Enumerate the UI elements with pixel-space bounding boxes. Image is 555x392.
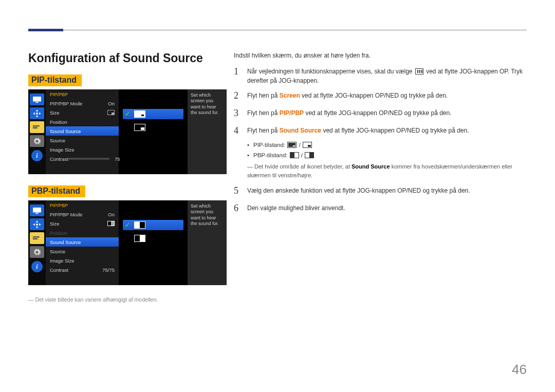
sound-option-sub: [123, 122, 183, 133]
menu-item-image-size: Image Size: [46, 145, 119, 154]
pip-main-icon: [134, 110, 145, 118]
header-accent: [28, 29, 63, 31]
svg-point-7: [36, 223, 38, 225]
osd-preview: ✓: [119, 89, 188, 174]
sound-option-main: ✓: [123, 109, 183, 119]
step-number: 4: [234, 124, 242, 138]
step-5: 5 Vælg den ønskede funktion ved at flytt…: [234, 184, 527, 198]
osd-menu: PIP/PBP PIP/PBP ModeOn Size Position Sou…: [46, 89, 119, 174]
osd-menu-title: PIP/PBP: [46, 202, 119, 210]
step-body: Den valgte mulighed bliver anvendt.: [247, 201, 527, 213]
step-body: Flyt hen på PIP/PBP ved at flytte JOG-kn…: [247, 106, 527, 118]
size-split-icon: [107, 221, 115, 226]
step-number: 6: [234, 201, 242, 216]
pbp-left-icon: [134, 221, 145, 229]
size-icon: [107, 110, 115, 115]
gear-icon: [30, 135, 44, 147]
svg-rect-4: [33, 127, 38, 128]
step-number: 2: [234, 89, 242, 103]
header-rule: [28, 30, 527, 30]
osd-screenshot-pbp: i PIP/PBP PIP/PBP ModeOn Size Position S…: [28, 200, 227, 285]
step-number: 3: [234, 106, 242, 121]
pbp-right-icon: [134, 235, 145, 242]
step-4: 4 Flyt hen på Sound Source ved at flytte…: [234, 124, 527, 138]
step-3: 3 Flyt hen på PIP/PBP ved at flytte JOG-…: [234, 106, 527, 121]
sound-source-label: Sound Source: [280, 127, 321, 134]
step-body: Flyt hen på Screen ved at flytte JOG-kna…: [247, 89, 527, 101]
menu-item-contrast: Contrast75/75: [46, 265, 119, 274]
text-icon: [30, 232, 44, 244]
osd-preview: ✓: [119, 200, 188, 285]
pbp-mode-heading: PBP-tilstand: [28, 185, 85, 197]
mode-icon-bullets: PIP-tilstand: / PBP-tilstand: /: [247, 141, 527, 160]
gear-icon: [30, 246, 44, 258]
svg-rect-5: [33, 207, 41, 212]
menu-item-contrast: Contrast75: [46, 154, 119, 163]
menu-item-sound-source: Sound Source: [46, 126, 119, 136]
white-area-note: Det hvide område af ikonet betyder, at S…: [247, 162, 527, 180]
menu-item-source: Source: [46, 247, 119, 256]
text-icon: [30, 121, 44, 133]
step-1: 1 Når vejledningen til funktionsknappern…: [234, 65, 527, 86]
osd-sidebar: i: [28, 89, 46, 174]
sound-option-left: ✓: [123, 220, 183, 230]
svg-rect-6: [35, 213, 38, 214]
step-body: Flyt hen på Sound Source ved at flytte J…: [247, 124, 527, 136]
pbp-right-inline-icon: [305, 152, 314, 158]
menu-item-size: Size: [46, 108, 119, 117]
page-number: 46: [512, 362, 527, 378]
nav-icon: [30, 107, 44, 119]
screen-label: Screen: [280, 92, 300, 99]
pip-mode-heading: PIP-tilstand: [28, 74, 82, 86]
menu-item-mode: PIP/PBP ModeOn: [46, 210, 119, 219]
page-title: Konfiguration af Sound Source: [28, 51, 203, 65]
svg-rect-9: [33, 238, 38, 239]
pippbp-label: PIP/PBP: [280, 109, 304, 117]
contrast-slider: [68, 158, 109, 160]
intro-text: Indstil hvilken skærm, du ønsker at høre…: [234, 51, 527, 61]
step-2: 2 Flyt hen på Screen ved at flytte JOG-k…: [234, 89, 527, 103]
osd-help-text: Set which screen you want to hear the so…: [188, 200, 227, 285]
svg-rect-0: [33, 96, 41, 101]
svg-rect-3: [33, 125, 40, 126]
menu-item-sound-source: Sound Source: [46, 237, 119, 247]
menu-item-source: Source: [46, 136, 119, 145]
menu-bars-icon: [415, 68, 423, 74]
nav-icon: [30, 218, 44, 230]
svg-rect-8: [33, 236, 40, 237]
pip-sub-inline-icon: [303, 142, 312, 148]
right-column: Indstil hvilken skærm, du ønsker at høre…: [234, 51, 527, 219]
info-icon: i: [31, 150, 43, 161]
osd-help-text: Set which screen you want to hear the so…: [188, 89, 227, 174]
menu-item-mode: PIP/PBP ModeOn: [46, 99, 119, 108]
info-icon: i: [31, 261, 43, 272]
svg-rect-1: [35, 102, 38, 103]
menu-item-size: Size: [46, 219, 119, 228]
osd-menu: PIP/PBP PIP/PBP ModeOn Size Position Sou…: [46, 200, 119, 285]
step-number: 1: [234, 65, 242, 79]
sound-option-right: [123, 233, 183, 244]
step-body: Når vejledningen til funktionsknapperne …: [247, 65, 527, 86]
osd-menu-title: PIP/PBP: [46, 91, 119, 99]
pip-main-inline-icon: [287, 142, 297, 148]
bullet-pbp: PBP-tilstand: /: [247, 151, 527, 160]
monitor-icon: [30, 94, 44, 105]
pip-sub-icon: [134, 124, 145, 131]
monitor-icon: [30, 204, 44, 216]
menu-item-position: Position: [46, 228, 119, 237]
osd-sidebar: i: [28, 200, 46, 285]
step-body: Vælg den ønskede funktion ved at flytte …: [247, 184, 527, 196]
step-6: 6 Den valgte mulighed bliver anvendt.: [234, 201, 527, 216]
menu-item-position: Position: [46, 117, 119, 126]
osd-screenshot-pip: i PIP/PBP PIP/PBP ModeOn Size Position S…: [28, 89, 227, 174]
pbp-left-inline-icon: [290, 152, 299, 158]
step-number: 5: [234, 184, 242, 198]
bullet-pip: PIP-tilstand: /: [247, 141, 527, 150]
left-column: PIP-tilstand i PIP/PBP PIP/PBP ModeOn Si…: [28, 74, 229, 303]
menu-item-image-size: Image Size: [46, 256, 119, 265]
svg-point-2: [36, 112, 38, 114]
model-vary-note: Det viste billede kan variere afhængigt …: [28, 296, 229, 303]
